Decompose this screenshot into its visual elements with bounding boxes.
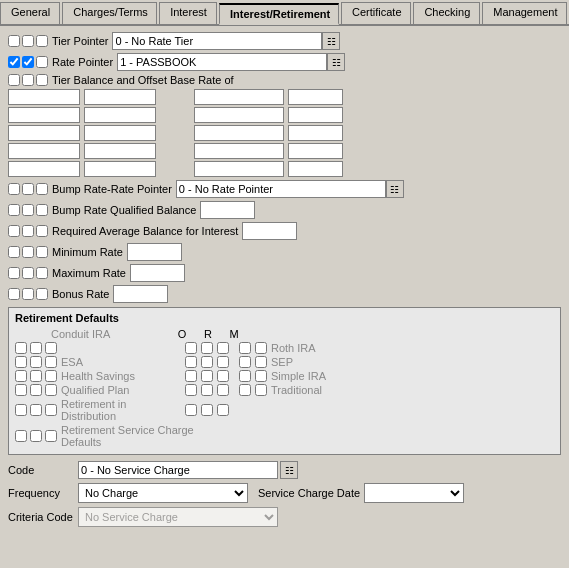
tier-col4-row1[interactable]	[288, 89, 343, 105]
tab-interest[interactable]: Interest	[159, 2, 217, 24]
conduit-m[interactable]	[217, 342, 229, 354]
hs-r[interactable]	[201, 370, 213, 382]
bump-rate-cb3[interactable]	[36, 183, 48, 195]
conduit-cb3[interactable]	[45, 342, 57, 354]
rid-cb1[interactable]	[15, 404, 27, 416]
hs-o[interactable]	[185, 370, 197, 382]
service-charge-date-select[interactable]	[364, 483, 464, 503]
tab-charges-terms[interactable]: Charges/Terms	[62, 2, 157, 24]
rate-pointer-cb2[interactable]	[22, 56, 34, 68]
tab-interest-retirement[interactable]: Interest/Retirement	[219, 3, 339, 25]
bump-rate-cb1[interactable]	[8, 183, 20, 195]
max-rate-cb2[interactable]	[22, 267, 34, 279]
rid-m[interactable]	[217, 404, 229, 416]
conduit-cb2[interactable]	[30, 342, 42, 354]
req-avg-cb1[interactable]	[8, 225, 20, 237]
tab-checking[interactable]: Checking	[413, 2, 480, 24]
bump-rate-dropdown-btn[interactable]: ☷	[386, 180, 404, 198]
bonus-rate-input[interactable]	[113, 285, 168, 303]
rscd-cb2[interactable]	[30, 430, 42, 442]
traditional-cb1[interactable]	[239, 384, 251, 396]
frequency-select[interactable]: No Charge	[78, 483, 248, 503]
conduit-r[interactable]	[201, 342, 213, 354]
rid-r[interactable]	[201, 404, 213, 416]
tier-col1-row2[interactable]	[8, 107, 80, 123]
rid-cb3[interactable]	[45, 404, 57, 416]
rscd-cb1[interactable]	[15, 430, 27, 442]
tier-col3-row4[interactable]	[194, 143, 284, 159]
tier-col2-row4[interactable]	[84, 143, 156, 159]
hs-cb2[interactable]	[30, 370, 42, 382]
bump-rate-pointer-input[interactable]	[176, 180, 386, 198]
tier-col4-row5[interactable]	[288, 161, 343, 177]
hs-cb3[interactable]	[45, 370, 57, 382]
tier-col1-row4[interactable]	[8, 143, 80, 159]
roth-ira-cb1[interactable]	[239, 342, 251, 354]
esa-cb2[interactable]	[30, 356, 42, 368]
hs-m[interactable]	[217, 370, 229, 382]
rid-cb2[interactable]	[30, 404, 42, 416]
hs-cb1[interactable]	[15, 370, 27, 382]
tier-col2-row2[interactable]	[84, 107, 156, 123]
min-rate-cb2[interactable]	[22, 246, 34, 258]
qp-o[interactable]	[185, 384, 197, 396]
esa-m[interactable]	[217, 356, 229, 368]
bump-qual-cb2[interactable]	[22, 204, 34, 216]
rate-pointer-dropdown-btn[interactable]: ☷	[327, 53, 345, 71]
max-rate-input[interactable]	[130, 264, 185, 282]
tier-col3-row2[interactable]	[194, 107, 284, 123]
criteria-code-select[interactable]: No Service Charge	[78, 507, 278, 527]
tier-col1-row1[interactable]	[8, 89, 80, 105]
tier-col4-row4[interactable]	[288, 143, 343, 159]
tier-pointer-input[interactable]	[112, 32, 322, 50]
bump-qual-cb3[interactable]	[36, 204, 48, 216]
roth-ira-cb2[interactable]	[255, 342, 267, 354]
bonus-rate-cb1[interactable]	[8, 288, 20, 300]
rid-o[interactable]	[185, 404, 197, 416]
qp-cb2[interactable]	[30, 384, 42, 396]
rate-pointer-cb3[interactable]	[36, 56, 48, 68]
tab-management[interactable]: Management	[482, 2, 567, 24]
tab-general[interactable]: General	[0, 2, 60, 24]
rate-pointer-input[interactable]	[117, 53, 327, 71]
esa-cb3[interactable]	[45, 356, 57, 368]
req-avg-cb2[interactable]	[22, 225, 34, 237]
rscd-cb3[interactable]	[45, 430, 57, 442]
code-dropdown-btn[interactable]: ☷	[280, 461, 298, 479]
bump-qual-input[interactable]	[200, 201, 255, 219]
bonus-rate-cb2[interactable]	[22, 288, 34, 300]
tier-pointer-cb3[interactable]	[36, 35, 48, 47]
bump-qual-cb1[interactable]	[8, 204, 20, 216]
bump-rate-cb2[interactable]	[22, 183, 34, 195]
esa-o[interactable]	[185, 356, 197, 368]
tier-balance-cb3[interactable]	[36, 74, 48, 86]
tier-col1-row5[interactable]	[8, 161, 80, 177]
code-input[interactable]	[78, 461, 278, 479]
tier-pointer-dropdown-btn[interactable]: ☷	[322, 32, 340, 50]
tier-pointer-cb2[interactable]	[22, 35, 34, 47]
simple-ira-cb2[interactable]	[255, 370, 267, 382]
req-avg-input[interactable]	[242, 222, 297, 240]
simple-ira-cb1[interactable]	[239, 370, 251, 382]
qp-r[interactable]	[201, 384, 213, 396]
min-rate-cb1[interactable]	[8, 246, 20, 258]
max-rate-cb3[interactable]	[36, 267, 48, 279]
min-rate-input[interactable]	[127, 243, 182, 261]
tier-col3-row3[interactable]	[194, 125, 284, 141]
sep-cb1[interactable]	[239, 356, 251, 368]
esa-r[interactable]	[201, 356, 213, 368]
tier-col4-row3[interactable]	[288, 125, 343, 141]
max-rate-cb1[interactable]	[8, 267, 20, 279]
tier-col2-row1[interactable]	[84, 89, 156, 105]
conduit-cb1[interactable]	[15, 342, 27, 354]
esa-cb1[interactable]	[15, 356, 27, 368]
tier-col2-row3[interactable]	[84, 125, 156, 141]
tier-balance-cb2[interactable]	[22, 74, 34, 86]
qp-cb1[interactable]	[15, 384, 27, 396]
tier-col3-row1[interactable]	[194, 89, 284, 105]
tier-pointer-cb1[interactable]	[8, 35, 20, 47]
tab-certificate[interactable]: Certificate	[341, 2, 411, 24]
rate-pointer-cb1[interactable]	[8, 56, 20, 68]
tier-col3-row5[interactable]	[194, 161, 284, 177]
tier-col4-row2[interactable]	[288, 107, 343, 123]
